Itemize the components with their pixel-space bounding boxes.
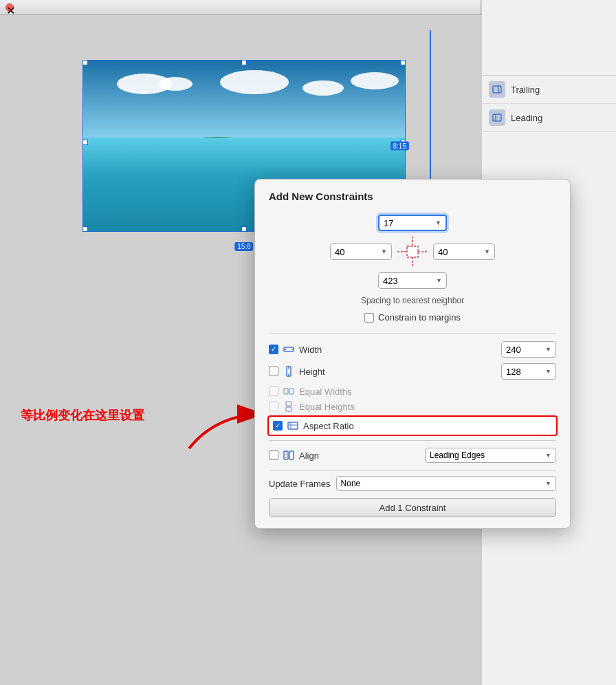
update-frames-row: Update Frames None ▼ [269,476,556,491]
spacing-middle-row: 40 ▼ 40 ▼ [330,237,495,267]
align-checkbox[interactable] [269,450,278,460]
aspect-ratio-checkbox[interactable] [273,421,283,431]
aspect-ratio-inner: Aspect Ratio [273,420,552,432]
width-row: Width 240 ▼ [269,338,556,360]
spacing-top-row: 17 ▼ [378,215,447,231]
height-value-select[interactable]: 128 ▼ [501,363,556,380]
handle-tl[interactable] [82,60,88,65]
cloud-3 [220,70,289,94]
equal-widths-icon [283,385,295,398]
dialog-title: Add New Constraints [269,191,556,202]
height-checkbox[interactable] [269,367,278,376]
bottom-value-select[interactable]: 423 ▼ [378,272,447,289]
svg-rect-5 [407,246,418,257]
spacing-bottom-row: 423 ▼ [378,272,447,289]
handle-bl[interactable] [82,226,88,232]
equal-widths-row: Equal Widths [269,382,556,400]
width-checkbox[interactable] [269,345,278,354]
cloud-4 [302,80,344,96]
handle-ml[interactable] [82,140,88,145]
update-frames-select[interactable]: None ▼ [336,476,556,491]
svg-rect-20 [288,422,298,429]
constraint-diagram [397,237,428,267]
aspect-ratio-row: Aspect Ratio [267,415,558,436]
trailing-label: Trailing [511,85,540,95]
width-label: Width [299,345,497,355]
height-label: Height [299,367,497,377]
leading-icon [489,109,505,126]
aspect-ratio-label: Aspect Ratio [303,421,552,431]
aspect-ratio-icon [287,420,299,432]
handle-tc[interactable] [241,60,247,65]
update-frames-label: Update Frames [269,479,331,489]
panel-item-leading[interactable]: Leading [482,104,616,132]
svg-rect-17 [289,389,294,394]
handle-tr[interactable] [400,60,406,65]
width-icon [283,343,295,356]
badge-815: 8:15 [390,142,409,151]
handle-bc[interactable] [241,226,247,232]
spacing-label: Spacing to nearest neighbor [361,296,464,305]
svg-rect-1 [493,86,501,93]
spacing-section: 17 ▼ 40 ▼ 4 [269,212,556,325]
height-icon [283,365,295,378]
equal-heights-checkbox[interactable] [269,402,278,411]
equal-heights-row: Equal Heights [269,400,556,413]
cloud-2 [158,77,192,91]
svg-rect-19 [286,407,292,411]
svg-rect-24 [289,451,294,459]
leading-label: Leading [511,113,542,123]
equal-heights-icon [283,400,295,413]
trailing-icon [489,81,505,98]
align-value-select[interactable]: Leading Edges ▼ [425,448,556,463]
width-value-select[interactable]: 240 ▼ [501,341,556,358]
top-value-select[interactable]: 17 ▼ [378,215,447,231]
constrain-margins-label: Constrain to margins [378,312,461,323]
close-button[interactable]: ✕ [6,3,14,12]
cloud-5 [351,72,399,89]
equal-heights-label: Equal Heights [299,402,556,412]
equal-widths-checkbox[interactable] [269,387,278,396]
divider-2 [269,440,556,441]
align-icon [283,449,295,461]
svg-rect-18 [286,402,292,406]
panel-item-trailing[interactable]: Trailing [482,76,616,104]
constraint-vertical-line [430,30,431,194]
svg-rect-3 [493,114,501,121]
align-row: Align Leading Edges ▼ [269,445,556,466]
annotation-text: 等比例变化在这里设置 [21,407,144,424]
align-label: Align [299,450,421,461]
constrain-margins-checkbox[interactable] [364,313,374,323]
height-row: Height 128 ▼ [269,360,556,382]
badge-158: 15:8 [234,242,253,251]
divider-3 [269,470,556,470]
right-value-select[interactable]: 40 ▼ [433,243,495,260]
divider-1 [269,334,556,334]
title-bar: ✕ [0,0,481,15]
constraints-dialog: Add New Constraints 17 ▼ 40 ▼ [254,179,571,529]
constrain-margins-row: Constrain to margins [364,309,461,325]
left-value-select[interactable]: 40 ▼ [330,243,392,260]
add-constraint-button[interactable]: Add 1 Constraint [269,498,556,517]
svg-rect-16 [284,389,288,394]
equal-widths-label: Equal Widths [299,387,556,397]
sky-area [82,60,406,138]
